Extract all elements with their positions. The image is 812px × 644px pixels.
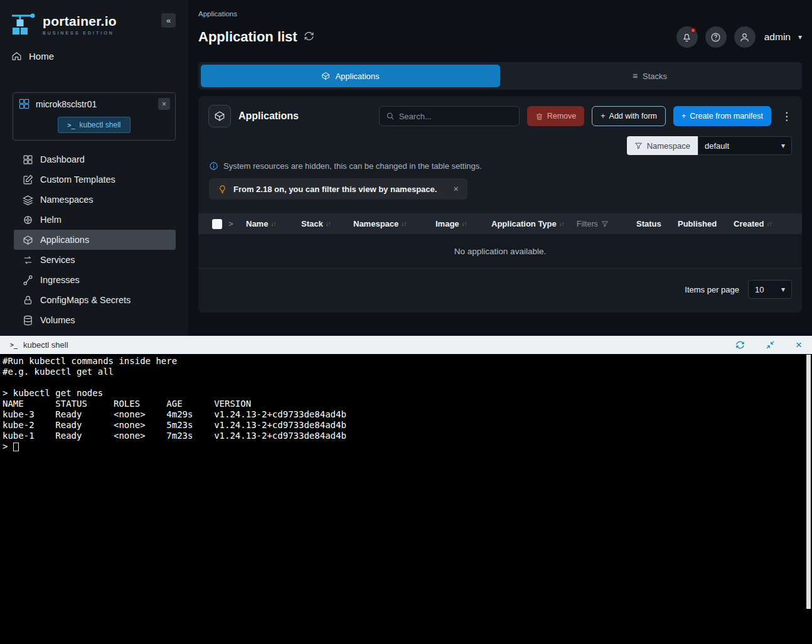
tip-close-button[interactable]: ×	[453, 184, 458, 194]
tab-applications[interactable]: Applications	[201, 65, 500, 87]
namespaces-icon	[23, 195, 33, 205]
tab-stacks-label: Stacks	[643, 72, 667, 81]
column-header-stack[interactable]: Stack ↓↑	[301, 219, 353, 228]
applications-icon	[23, 235, 33, 245]
bell-icon	[681, 32, 692, 43]
nav-label: Applications	[40, 235, 89, 245]
system-resources-note: System resources are hidden, this can be…	[198, 160, 802, 176]
terminal-close-button[interactable]: ×	[796, 340, 802, 350]
notification-badge	[690, 28, 696, 33]
cluster-grid-icon	[18, 98, 30, 110]
stacks-list-icon: ≡	[633, 71, 638, 81]
add-with-form-button[interactable]: + Add with form	[592, 106, 666, 126]
terminal-title: kubectl shell	[23, 340, 68, 350]
tab-applications-label: Applications	[335, 72, 379, 81]
terminal-minimize-button[interactable]	[766, 340, 775, 350]
nav-label: Custom Templates	[40, 174, 115, 185]
search-icon	[386, 112, 395, 121]
cluster-close-button[interactable]: ×	[158, 98, 170, 110]
widget-header: Applications Remove + Add with form + Cr…	[198, 96, 802, 132]
sidebar-item-ingresses[interactable]: Ingresses	[14, 270, 176, 290]
remove-button[interactable]: Remove	[527, 106, 585, 126]
namespace-filter-label: Namespace	[647, 141, 690, 151]
kubectl-shell-panel: >_ kubectl shell × #Run kubectl commands…	[0, 336, 812, 644]
plus-icon: +	[601, 112, 605, 121]
avatar[interactable]	[734, 26, 756, 48]
widget-title: Applications	[238, 110, 299, 122]
breadcrumb[interactable]: Applications	[198, 0, 802, 18]
items-per-page-value: 10	[755, 285, 764, 294]
namespace-select[interactable]: default ▾	[698, 136, 792, 155]
column-header-application-type[interactable]: Application Type ↓↑ Filters	[491, 219, 636, 228]
create-from-manifest-button[interactable]: + Create from manifest	[673, 106, 771, 126]
column-header-created[interactable]: Created ↓↑	[734, 219, 794, 228]
cluster-row[interactable]: microk8sclstr01 ×	[18, 98, 170, 110]
trash-icon	[535, 112, 543, 121]
sidebar-item-dashboard[interactable]: Dashboard	[14, 149, 176, 169]
terminal-scrollbar[interactable]	[806, 355, 811, 609]
sidebar-item-helm[interactable]: Helm	[14, 210, 176, 230]
table-empty-row: No application available.	[198, 234, 802, 269]
namespace-filter-button[interactable]: Namespace	[627, 136, 698, 155]
sidebar-item-services[interactable]: Services	[14, 250, 176, 270]
user-name[interactable]: admin	[764, 31, 791, 43]
refresh-icon	[304, 31, 314, 41]
sidebar-item-volumes[interactable]: Volumes	[14, 310, 176, 330]
sort-icon: ↓↑	[401, 220, 406, 227]
sidebar-home-label: Home	[29, 51, 54, 62]
search-box	[379, 106, 520, 126]
dashboard-icon	[23, 154, 33, 165]
terminal-body[interactable]: #Run kubectl commands inside here #e.g. …	[0, 354, 812, 644]
plus-icon: +	[681, 112, 686, 121]
terminal-header: >_ kubectl shell ×	[0, 336, 812, 354]
more-options-button[interactable]: ⋮	[781, 110, 792, 123]
sidebar-item-namespaces[interactable]: Namespaces	[14, 190, 176, 210]
sidebar-item-applications[interactable]: Applications	[14, 230, 176, 250]
refresh-page-button[interactable]	[304, 31, 314, 43]
tab-stacks[interactable]: ≡ Stacks	[500, 65, 799, 87]
empty-message: No application available.	[454, 247, 546, 256]
terminal-prompt: >	[3, 441, 8, 452]
sidebar-item-custom-templates[interactable]: Custom Templates	[14, 169, 176, 190]
collapse-icon	[766, 340, 775, 350]
column-header-image[interactable]: Image ↓↑	[435, 219, 491, 228]
sidebar-collapse-button[interactable]: «	[161, 13, 176, 28]
sidebar-item-configmaps-secrets[interactable]: ConfigMaps & Secrets	[14, 290, 176, 310]
column-header-namespace[interactable]: Namespace ↓↑	[353, 219, 435, 228]
sort-icon: ↓↑	[270, 220, 275, 227]
page-title: Application list	[198, 29, 297, 45]
remove-button-label: Remove	[547, 112, 577, 121]
select-all-checkbox[interactable]	[212, 219, 222, 229]
nav-label: Dashboard	[40, 154, 85, 164]
terminal-actions: ×	[735, 340, 802, 350]
sort-icon: ↓↑	[766, 220, 771, 227]
notifications-button[interactable]	[676, 26, 698, 48]
filters-button[interactable]: Filters	[577, 220, 609, 228]
nav-label: Helm	[40, 215, 61, 225]
terminal-prompt-line: >	[3, 441, 812, 452]
terminal-prompt-icon: >_	[67, 122, 75, 129]
user-menu-chevron-icon[interactable]: ▾	[798, 33, 802, 41]
cluster-box: microk8sclstr01 × >_ kubectl shell	[13, 92, 176, 141]
portainer-logo-icon	[10, 11, 36, 38]
items-per-page-select[interactable]: 10 ▾	[748, 280, 792, 299]
logo-subtitle: BUSINESS EDITION	[43, 31, 117, 35]
ingresses-icon	[23, 275, 33, 286]
help-button[interactable]	[705, 26, 727, 48]
search-input[interactable]	[399, 112, 513, 121]
applications-widget: Applications Remove + Add with form + Cr…	[198, 96, 802, 313]
terminal-prompt-icon: >_	[10, 341, 18, 348]
create-from-manifest-label: Create from manifest	[690, 112, 763, 121]
kubectl-shell-button[interactable]: >_ kubectl shell	[58, 117, 130, 133]
sidebar-item-home[interactable]: Home	[0, 44, 188, 68]
column-header-name[interactable]: Name ↓↑	[246, 219, 301, 228]
custom-templates-icon	[23, 174, 33, 185]
logo-text: portainer.io BUSINESS EDITION	[43, 14, 117, 35]
namespace-tip-banner: From 2.18 on, you can filter this view b…	[209, 178, 467, 200]
namespace-select-value: default	[705, 141, 729, 151]
sort-icon: ↓↑	[559, 220, 564, 227]
refresh-icon	[735, 340, 745, 350]
sort-icon: ↓↑	[326, 220, 331, 227]
terminal-refresh-button[interactable]	[735, 340, 745, 350]
expand-all-chevron-icon[interactable]: >	[228, 219, 238, 228]
